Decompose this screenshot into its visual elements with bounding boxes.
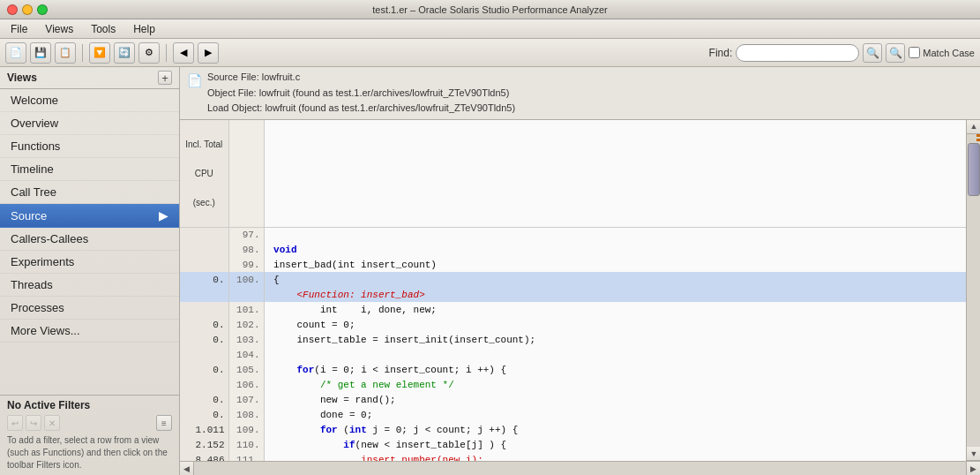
table-row: 101. int i, done, new; <box>180 302 966 317</box>
toolbar-filter-btn[interactable]: 🔽 <box>89 42 110 64</box>
sidebar-item-functions[interactable]: Functions <box>0 135 179 158</box>
column-header-linenum <box>228 120 264 228</box>
sidebar: Views + Welcome Overview Functions Timel… <box>0 67 180 475</box>
menu-help[interactable]: Help <box>130 21 159 37</box>
scroll-indicator-1 <box>976 134 980 137</box>
filter-options-btn[interactable]: ≡ <box>156 415 172 431</box>
cell-linenum: 98. <box>228 242 264 257</box>
add-view-button[interactable]: + <box>158 71 172 85</box>
cell-code <box>264 227 966 242</box>
table-row: 0.105. for(i = 0; i < insert_count; i ++… <box>180 362 966 377</box>
sidebar-header: Views + <box>0 67 179 89</box>
sidebar-item-threads[interactable]: Threads <box>0 274 179 297</box>
cell-metric: 2.152 <box>180 437 228 452</box>
cell-linenum: 105. <box>228 362 264 377</box>
cell-linenum: 101. <box>228 302 264 317</box>
cell-linenum: 99. <box>228 257 264 272</box>
code-underline: insert_number(new,i); <box>361 455 483 461</box>
table-row: 104. <box>180 347 966 362</box>
source-header: 📄 Source File: lowfruit.c Object File: l… <box>180 67 980 120</box>
menu-views[interactable]: Views <box>41 21 77 37</box>
hscroll-left-btn[interactable]: ◀ <box>180 462 194 476</box>
filters-section: No Active Filters ↩ ↪ ✕ ≡ To add a filte… <box>0 395 179 475</box>
source-header-text: Source File: lowfruit.c Object File: low… <box>207 70 515 117</box>
sidebar-item-call-tree[interactable]: Call Tree <box>0 181 179 204</box>
sidebar-item-processes[interactable]: Processes <box>0 297 179 320</box>
find-next-btn[interactable]: 🔍 <box>886 43 905 63</box>
cell-code: done = 0; <box>264 407 966 422</box>
menu-tools[interactable]: Tools <box>87 21 119 37</box>
toolbar-btn-1[interactable]: 📄 <box>5 42 26 64</box>
cell-code: { <box>264 272 966 287</box>
toolbar-back-btn[interactable]: ◀ <box>173 42 194 64</box>
sidebar-item-callers-callees[interactable]: Callers-Callees <box>0 228 179 251</box>
horizontal-scrollbar: ◀ ▶ <box>180 461 980 475</box>
cell-code: new = rand(); <box>264 392 966 407</box>
cell-metric <box>180 257 228 272</box>
title-bar: test.1.er – Oracle Solaris Studio Perfor… <box>0 0 980 19</box>
table-row: 99. insert_bad(int insert_count) <box>180 257 966 272</box>
hscroll-track[interactable] <box>194 462 966 475</box>
cell-metric: 0. <box>180 317 228 332</box>
table-row: 97. <box>180 227 966 242</box>
cell-metric: 1.011 <box>180 422 228 437</box>
match-case-checkbox[interactable] <box>909 47 920 58</box>
column-header-metric: Incl. Total CPU (sec.) <box>180 120 228 228</box>
cell-code: for(i = 0; i < insert_count; i ++) { <box>264 362 966 377</box>
nav-arrow-icon: ▶ <box>159 208 168 222</box>
toolbar-btn-2[interactable]: 💾 <box>30 42 51 64</box>
sidebar-title: Views <box>7 72 37 84</box>
table-row: 98. void <box>180 242 966 257</box>
code-scroll-area[interactable]: Incl. Total CPU (sec.) 97.98. void99. in… <box>180 120 966 461</box>
maximize-button[interactable] <box>37 4 48 15</box>
filter-clear-btn[interactable]: ✕ <box>44 415 60 431</box>
filters-title: No Active Filters <box>7 399 172 411</box>
scroll-track[interactable] <box>967 134 980 447</box>
cell-metric: 0. <box>180 362 228 377</box>
cell-code: <Function: insert_bad> <box>264 287 966 302</box>
sidebar-item-welcome[interactable]: Welcome <box>0 89 179 112</box>
code-comment: /* get a new element */ <box>268 380 454 390</box>
sidebar-item-experiments[interactable]: Experiments <box>0 251 179 274</box>
scroll-down-btn[interactable]: ▼ <box>967 447 980 461</box>
source-header-line3: Load Object: lowfruit (found as test.1.e… <box>207 101 515 117</box>
cell-code: for (int j = 0; j < count; j ++) { <box>264 422 966 437</box>
cell-metric: 8.486 <box>180 452 228 461</box>
toolbar-forward-btn[interactable]: ▶ <box>198 42 219 64</box>
cell-linenum: 106. <box>228 377 264 392</box>
toolbar-refresh-btn[interactable]: 🔄 <box>114 42 135 64</box>
hscroll-right-btn[interactable]: ▶ <box>966 462 980 476</box>
close-button[interactable] <box>7 4 18 15</box>
filter-redo-btn[interactable]: ↪ <box>26 415 41 431</box>
find-prev-btn[interactable]: 🔍 <box>863 43 882 63</box>
toolbar-settings-btn[interactable]: ⚙ <box>138 42 160 64</box>
cell-linenum: 110. <box>228 437 264 452</box>
table-row: 0.108. done = 0; <box>180 407 966 422</box>
filter-undo-btn[interactable]: ↩ <box>7 415 23 431</box>
match-case-label[interactable]: Match Case <box>909 47 975 58</box>
cell-code: insert_table = insert_init(insert_count)… <box>264 332 966 347</box>
function-tag: <Function: insert_bad> <box>268 290 425 300</box>
sidebar-item-source[interactable]: Source ▶ <box>0 204 179 228</box>
minimize-button[interactable] <box>22 4 33 15</box>
table-row: 0.102. count = 0; <box>180 317 966 332</box>
code-table: Incl. Total CPU (sec.) 97.98. void99. in… <box>180 120 966 461</box>
toolbar-sep-1 <box>82 44 83 62</box>
scroll-indicator-2 <box>976 139 980 141</box>
toolbar: 📄 💾 📋 🔽 🔄 ⚙ ◀ ▶ Find: 🔍 🔍 Match Case <box>0 39 980 67</box>
cell-code: insert_number(new,i); <box>264 452 966 461</box>
menu-file[interactable]: File <box>7 21 31 37</box>
find-input[interactable] <box>736 44 859 62</box>
sidebar-item-timeline[interactable]: Timeline <box>0 158 179 181</box>
sidebar-item-more-views[interactable]: More Views... <box>0 320 179 343</box>
cell-linenum: 104. <box>228 347 264 362</box>
scroll-thumb[interactable] <box>968 143 980 196</box>
cell-linenum: 107. <box>228 392 264 407</box>
source-file-icon: 📄 <box>187 71 202 90</box>
cell-linenum <box>228 287 264 302</box>
scroll-indicators <box>976 134 980 141</box>
sidebar-item-overview[interactable]: Overview <box>0 112 179 135</box>
scroll-up-btn[interactable]: ▲ <box>967 120 980 134</box>
cell-linenum: 109. <box>228 422 264 437</box>
toolbar-btn-3[interactable]: 📋 <box>55 42 76 64</box>
